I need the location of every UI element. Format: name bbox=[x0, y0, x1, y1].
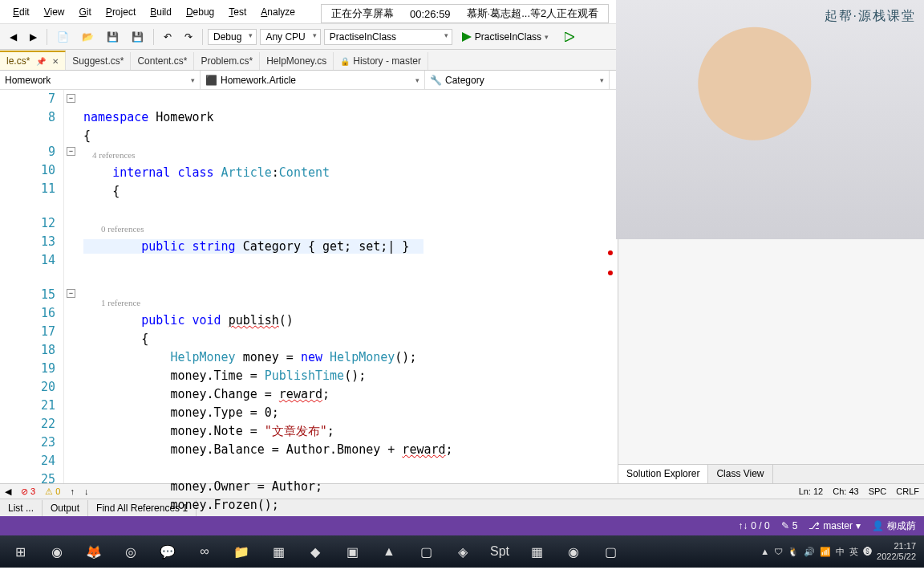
codelens-method[interactable]: 1 reference bbox=[83, 298, 140, 307]
tab-suggest[interactable]: Suggest.cs* bbox=[66, 52, 131, 70]
menu-edit[interactable]: Edit bbox=[6, 3, 36, 21]
redo-button[interactable]: ↷ bbox=[180, 29, 197, 45]
fold-toggle[interactable]: − bbox=[67, 147, 75, 156]
app-icon[interactable]: ▣ bbox=[335, 538, 369, 565]
clock[interactable]: 21:17 2022/5/22 bbox=[877, 541, 916, 562]
back-button[interactable]: ◀ bbox=[5, 29, 22, 45]
save-button[interactable]: 💾 bbox=[102, 29, 124, 45]
tray-icon[interactable]: 📶 bbox=[820, 547, 831, 557]
explorer-icon[interactable]: 📁 bbox=[225, 538, 258, 565]
system-tray: ▲ 🛡 🐧 🔊 📶 中 英 🅢 21:17 2022/5/22 bbox=[760, 541, 921, 562]
app-icon[interactable]: Spt bbox=[483, 538, 517, 565]
ime-icon[interactable]: 🅢 bbox=[863, 547, 872, 556]
menu-analyze[interactable]: Analyze bbox=[254, 3, 302, 21]
line-indicator: Ln: 12 bbox=[799, 486, 824, 496]
app-icon[interactable]: ▢ bbox=[409, 538, 443, 565]
webcam-logo: 起帮·源栈课堂 bbox=[825, 8, 916, 25]
firefox-icon[interactable]: 🦊 bbox=[77, 538, 111, 565]
app-icon[interactable]: ▦ bbox=[261, 538, 295, 565]
fold-toggle[interactable]: − bbox=[67, 289, 75, 298]
git-branch[interactable]: ⎇ master ▾ bbox=[808, 520, 861, 531]
code-text[interactable]: namespace Homework { 4 references intern… bbox=[80, 90, 618, 483]
menu-debug[interactable]: Debug bbox=[180, 3, 221, 21]
git-changes[interactable]: ✎ 5 bbox=[781, 520, 798, 531]
platform-select[interactable]: Any CPU bbox=[260, 29, 320, 45]
git-status-bar: ↑↓ 0 / 0 ✎ 5 ⎇ master ▾ 👤 柳成荫 bbox=[0, 516, 924, 535]
tray-icon[interactable]: 🐧 bbox=[788, 547, 799, 557]
tray-icon[interactable]: 🛡 bbox=[774, 547, 783, 556]
app-icon[interactable]: ▦ bbox=[520, 538, 553, 565]
forward-button[interactable]: ▶ bbox=[25, 29, 42, 45]
taskbar: ⊞ ◉ 🦊 ◎ 💬 ∞ 📁 ▦ ◆ ▣ ▲ ▢ ◈ Spt ▦ ◉ ▢ ▲ 🛡 … bbox=[0, 535, 924, 568]
tab-history[interactable]: 🔒History - master bbox=[334, 52, 428, 70]
share-status: 正在分享屏幕 bbox=[331, 6, 394, 21]
menu-test[interactable]: Test bbox=[222, 3, 253, 21]
app-icon[interactable]: ◈ bbox=[446, 538, 480, 565]
app-icon[interactable]: ▢ bbox=[594, 538, 627, 565]
member-selector[interactable]: 🔧Category bbox=[425, 71, 610, 89]
start-nodebug-button[interactable] bbox=[558, 31, 581, 43]
config-select[interactable]: Debug bbox=[208, 29, 257, 45]
codelens-class[interactable]: 4 references bbox=[83, 150, 135, 160]
line-gutter: 7 8 9 10 11 12 13 14 15 16 17 18 19 20 2… bbox=[0, 90, 64, 483]
menu-view[interactable]: View bbox=[38, 3, 71, 21]
startup-select[interactable]: PractiseInClass bbox=[324, 29, 452, 45]
class-selector[interactable]: ⬛Homework.Article bbox=[201, 71, 425, 89]
save-all-button[interactable]: 💾 bbox=[127, 29, 148, 45]
svg-marker-1 bbox=[565, 32, 574, 42]
app-icon[interactable]: ◉ bbox=[557, 538, 590, 565]
tab-solution-explorer[interactable]: Solution Explorer bbox=[618, 465, 708, 483]
git-user[interactable]: 👤 柳成荫 bbox=[872, 519, 916, 533]
project-selector[interactable]: Homework bbox=[0, 71, 201, 89]
lock-icon: 🔒 bbox=[340, 57, 350, 66]
tray-icon[interactable]: 🔊 bbox=[804, 547, 815, 557]
edge-icon[interactable]: ◎ bbox=[114, 538, 148, 565]
chrome-icon[interactable]: ◉ bbox=[40, 538, 74, 565]
indent-indicator[interactable]: SPC bbox=[869, 486, 887, 496]
svg-marker-0 bbox=[462, 32, 472, 42]
tab-article[interactable]: le.cs*📌✕ bbox=[0, 51, 66, 70]
fold-toggle[interactable]: − bbox=[67, 94, 75, 103]
menu-project[interactable]: Project bbox=[99, 3, 142, 21]
menu-git[interactable]: Git bbox=[73, 3, 98, 21]
eol-indicator[interactable]: CRLF bbox=[896, 486, 919, 496]
tab-content[interactable]: Content.cs* bbox=[131, 52, 194, 70]
undo-button[interactable]: ↶ bbox=[159, 29, 176, 45]
tab-helpmoney[interactable]: HelpMoney.cs bbox=[260, 52, 334, 70]
tab-output[interactable]: Output bbox=[43, 500, 88, 516]
start-button[interactable]: ⊞ bbox=[3, 538, 37, 565]
share-viewers: 慕斯·葛志超...等2人正在观看 bbox=[467, 6, 599, 21]
panel-tabs: Solution Explorer Class View bbox=[618, 464, 924, 483]
app-icon[interactable]: ▲ bbox=[372, 538, 406, 565]
menu-build[interactable]: Build bbox=[144, 3, 178, 21]
vs-icon[interactable]: ∞ bbox=[188, 538, 221, 565]
ime-indicator[interactable]: 英 bbox=[849, 546, 858, 558]
play-outline-icon bbox=[565, 32, 574, 42]
share-timer: 00:26:59 bbox=[410, 8, 451, 20]
pin-icon[interactable]: 📌 bbox=[36, 57, 46, 66]
open-button[interactable]: 📂 bbox=[77, 29, 99, 45]
nav-up[interactable]: ↑ bbox=[70, 486, 75, 496]
webcam-overlay: 起帮·源栈课堂 bbox=[616, 0, 924, 239]
code-editor[interactable]: 7 8 9 10 11 12 13 14 15 16 17 18 19 20 2… bbox=[0, 90, 618, 483]
tray-icon[interactable]: ▲ bbox=[760, 547, 769, 556]
ime-indicator[interactable]: 中 bbox=[836, 546, 845, 558]
tab-problem[interactable]: Problem.cs* bbox=[194, 52, 260, 70]
git-sync[interactable]: ↑↓ 0 / 0 bbox=[738, 520, 769, 531]
play-icon bbox=[462, 32, 472, 42]
tab-error-list[interactable]: List ... bbox=[0, 500, 43, 516]
start-debug-button[interactable]: PractiseInClass ▾ bbox=[456, 30, 555, 44]
codelens-prop[interactable]: 0 references bbox=[83, 224, 144, 234]
fold-gutter: − − − bbox=[64, 90, 80, 483]
wechat-icon[interactable]: 💬 bbox=[151, 538, 184, 565]
close-icon[interactable]: ✕ bbox=[52, 57, 59, 66]
error-marker[interactable] bbox=[608, 271, 613, 275]
screen-share-bar: 正在分享屏幕 00:26:59 慕斯·葛志超...等2人正在观看 bbox=[321, 4, 609, 23]
tab-class-view[interactable]: Class View bbox=[708, 465, 772, 483]
new-button[interactable]: 📄 bbox=[52, 29, 74, 45]
start-debug-label: PractiseInClass bbox=[475, 31, 541, 43]
app-icon[interactable]: ◆ bbox=[298, 538, 332, 565]
error-marker[interactable] bbox=[608, 250, 613, 255]
col-indicator: Ch: 43 bbox=[833, 486, 858, 496]
